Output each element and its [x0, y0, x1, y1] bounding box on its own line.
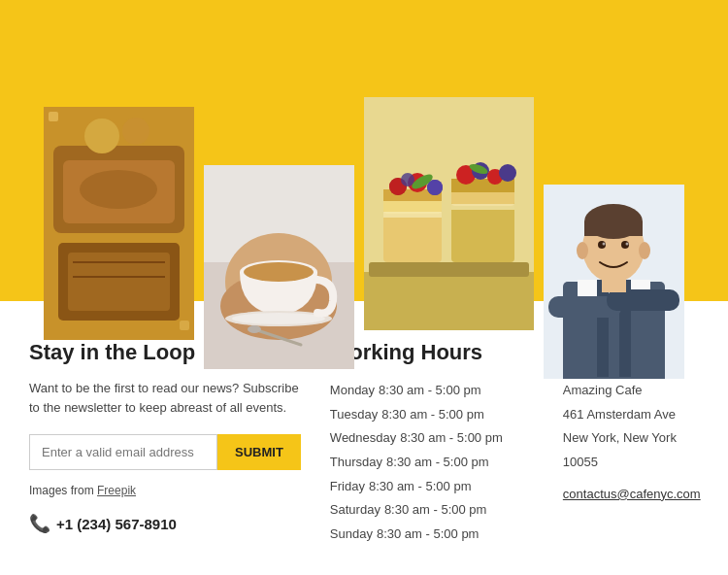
svg-rect-51 — [607, 289, 679, 311]
newsletter-description: Want to be the first to read our news? S… — [29, 379, 301, 417]
cafe-address1: 461 Amsterdam Ave — [563, 403, 701, 427]
hours-row: Friday 8:30 am - 5:00 pm — [330, 475, 534, 499]
svg-point-40 — [499, 164, 516, 182]
hours-time: 8:30 am - 5:00 pm — [377, 523, 480, 547]
hours-row: Monday 8:30 am - 5:00 pm — [330, 379, 534, 403]
hours-day: Wednesday — [330, 426, 396, 451]
svg-rect-11 — [180, 321, 189, 330]
hours-row: Saturday 8:30 am - 5:00 pm — [330, 498, 534, 523]
contact-email[interactable]: contactus@cafenyc.com — [563, 487, 701, 501]
submit-button[interactable]: SUBMIT — [217, 434, 301, 470]
phone-icon: 📞 — [29, 513, 50, 534]
svg-rect-24 — [369, 262, 529, 277]
gallery-section — [0, 0, 728, 301]
hours-day: Friday — [330, 475, 365, 499]
hours-row: Thursday 8:30 am - 5:00 pm — [330, 451, 534, 475]
hours-column: Working Hours Monday 8:30 am - 5:00 pmTu… — [330, 340, 563, 547]
svg-point-5 — [84, 118, 119, 153]
email-input[interactable] — [29, 434, 217, 470]
svg-point-7 — [80, 170, 157, 209]
hours-day: Saturday — [330, 498, 381, 523]
hours-time: 8:30 am - 5:00 pm — [369, 475, 472, 499]
cafe-address2: New York, New York 10055 — [563, 426, 701, 474]
svg-point-60 — [639, 242, 650, 259]
location-text: Amazing Cafe 461 Amsterdam Ave New York,… — [563, 379, 701, 475]
svg-rect-43 — [383, 212, 442, 218]
cake-image — [364, 97, 534, 330]
bread-image — [44, 107, 194, 340]
newsletter-column: Stay in the Loop Want to be the first to… — [29, 340, 330, 547]
chef-image — [544, 185, 684, 379]
svg-point-19 — [232, 313, 325, 324]
phone-number: +1 (234) 567-8910 — [56, 516, 177, 532]
svg-rect-10 — [49, 112, 58, 121]
hours-row: Tuesday 8:30 am - 5:00 pm — [330, 403, 534, 427]
hours-time: 8:30 am - 5:00 pm — [384, 498, 487, 523]
hours-time: 8:30 am - 5:00 pm — [381, 403, 484, 427]
hours-title: Working Hours — [330, 340, 534, 365]
svg-point-57 — [603, 243, 606, 246]
svg-point-58 — [626, 243, 629, 246]
hours-day: Tuesday — [330, 403, 378, 427]
hours-row: Wednesday 8:30 am - 5:00 pm — [330, 426, 534, 451]
coffee-image — [204, 165, 354, 369]
svg-rect-54 — [584, 221, 643, 236]
svg-point-21 — [248, 325, 261, 333]
cafe-name: Amazing Cafe — [563, 379, 701, 403]
svg-rect-48 — [597, 280, 609, 377]
hours-time: 8:30 am - 5:00 pm — [379, 379, 481, 403]
hours-day: Monday — [330, 379, 375, 403]
svg-point-17 — [244, 262, 314, 282]
svg-rect-44 — [451, 204, 514, 210]
svg-point-59 — [577, 242, 588, 259]
svg-rect-23 — [364, 272, 534, 330]
svg-rect-61 — [602, 278, 626, 292]
hours-time: 8:30 am - 5:00 pm — [400, 426, 503, 451]
hours-day: Sunday — [330, 523, 373, 547]
gallery-inner — [0, 0, 728, 301]
hours-table: Monday 8:30 am - 5:00 pmTuesday 8:30 am … — [330, 379, 534, 547]
hours-day: Thursday — [330, 451, 382, 475]
hours-row: Sunday 8:30 am - 5:00 pm — [330, 523, 534, 547]
freepik-line: Images from Freepik — [29, 484, 301, 497]
phone-line: 📞 +1 (234) 567-8910 — [29, 513, 301, 534]
email-row: SUBMIT — [29, 434, 301, 470]
svg-point-6 — [122, 118, 149, 145]
freepik-link[interactable]: Freepik — [97, 484, 136, 497]
hours-time: 8:30 am - 5:00 pm — [386, 451, 489, 475]
